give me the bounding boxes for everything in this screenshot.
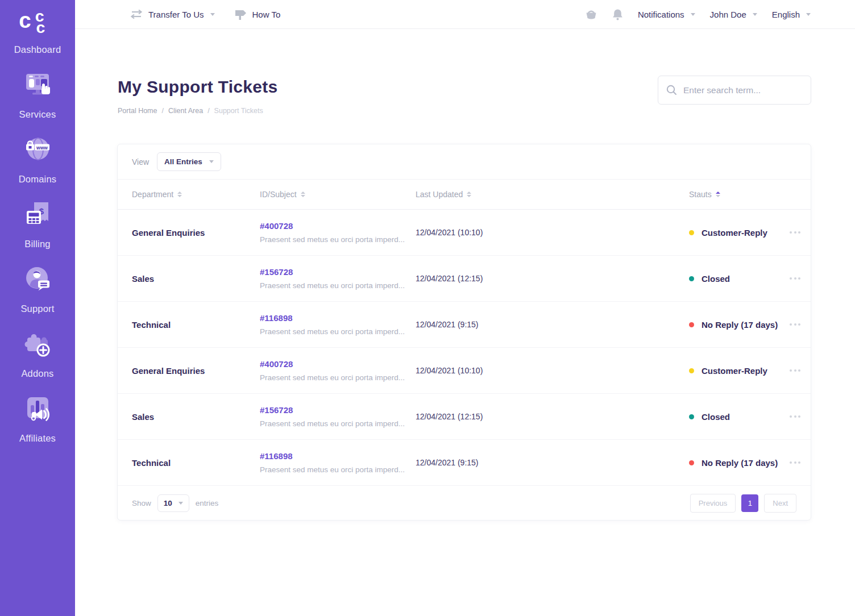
column-header-department[interactable]: Department <box>132 190 260 199</box>
row-actions-menu[interactable] <box>788 458 808 467</box>
sidebar: c c c Dashboard Services <box>0 0 75 616</box>
ticket-id-link[interactable]: #400728 <box>260 359 416 369</box>
status-dot <box>689 368 694 373</box>
ticket-last-updated: 12/04/2021 (10:10) <box>416 228 689 237</box>
sidebar-item-services[interactable]: Services <box>0 109 75 120</box>
pagination: Previous 1 Next <box>690 494 796 513</box>
row-actions-menu[interactable] <box>788 366 808 375</box>
column-header-id-subject[interactable]: ID/Subject <box>260 190 416 199</box>
ticket-id-link[interactable]: #156728 <box>260 267 416 277</box>
breadcrumb: Portal Home / Client Area / Support Tick… <box>118 107 263 115</box>
sidebar-item-addons[interactable]: Addons <box>0 368 75 379</box>
chevron-down-icon <box>179 502 183 505</box>
billing-icon[interactable]: $ <box>0 199 75 228</box>
sidebar-item-affiliates[interactable]: Affiliates <box>0 433 75 444</box>
bell-icon[interactable] <box>612 9 623 20</box>
ticket-department: Technical <box>132 458 260 468</box>
how-to-link[interactable]: How To <box>234 9 281 20</box>
status-badge: No Reply (17 days) <box>702 320 778 330</box>
view-entries-select[interactable]: All Entries <box>157 152 221 171</box>
row-actions-menu[interactable] <box>788 274 808 283</box>
ticket-subject: Praesent sed metus eu orci porta imperd.… <box>260 373 416 382</box>
view-entries-value: All Entries <box>164 157 202 166</box>
sidebar-item-support[interactable]: Support <box>0 303 75 314</box>
sidebar-item-dashboard[interactable]: Dashboard <box>0 44 75 55</box>
chevron-down-icon <box>209 160 214 163</box>
ticket-department: Sales <box>132 412 260 422</box>
signpost-icon <box>234 9 247 20</box>
status-dot <box>689 460 694 465</box>
ticket-id-link[interactable]: #116898 <box>260 451 416 461</box>
app-logo[interactable]: c c c <box>0 5 75 39</box>
table-row: Sales #156728 Praesent sed metus eu orci… <box>118 256 811 302</box>
notifications-label: Notifications <box>638 10 684 19</box>
ticket-subject: Praesent sed metus eu orci porta imperd.… <box>260 419 416 428</box>
table-footer: Show 10 entries Previous 1 Next <box>118 486 811 520</box>
table-row: General Enquiries #400728 Praesent sed m… <box>118 348 811 394</box>
status-badge: Customer-Reply <box>702 228 767 238</box>
search-icon <box>666 85 677 95</box>
chevron-down-icon <box>806 13 811 16</box>
sort-icon <box>177 192 182 197</box>
addons-icon[interactable] <box>0 328 75 358</box>
chevron-down-icon <box>753 13 757 16</box>
language-label: English <box>772 10 800 19</box>
next-page-button[interactable]: Next <box>764 494 796 513</box>
breadcrumb-separator: / <box>207 107 209 115</box>
show-label: Show <box>132 499 151 507</box>
affiliates-icon[interactable] <box>0 393 75 423</box>
how-to-label: How To <box>252 10 281 19</box>
notifications-menu[interactable]: Notifications <box>638 10 695 19</box>
table-header-row: Department ID/Subject Last Updated Staut… <box>118 180 811 210</box>
previous-page-button[interactable]: Previous <box>690 494 736 513</box>
sort-icon <box>301 192 305 197</box>
sidebar-item-billing[interactable]: Billing <box>0 239 75 249</box>
page-title: My Support Tickets <box>118 77 278 97</box>
domains-icon[interactable]: www <box>0 134 75 164</box>
status-dot <box>689 230 694 235</box>
ticket-subject: Praesent sed metus eu orci porta imperd.… <box>260 281 416 290</box>
transfer-to-us-menu[interactable]: Transfer To Us <box>130 9 215 19</box>
ticket-last-updated: 12/04/2021 (9:15) <box>416 458 689 467</box>
transfer-arrows-icon <box>130 9 143 19</box>
topbar: Transfer To Us How To Notifications John… <box>75 0 855 29</box>
breadcrumb-portal-home[interactable]: Portal Home <box>118 107 157 115</box>
tickets-card: View All Entries Department ID/Subject L… <box>117 144 811 521</box>
ticket-last-updated: 12/04/2021 (12:15) <box>416 412 689 421</box>
ticket-id-link[interactable]: #156728 <box>260 405 416 415</box>
ticket-last-updated: 12/04/2021 (12:15) <box>416 274 689 283</box>
language-menu[interactable]: English <box>772 10 811 19</box>
ticket-subject: Praesent sed metus eu orci porta imperd.… <box>260 465 416 474</box>
services-icon[interactable] <box>0 69 75 99</box>
page-size-value: 10 <box>164 499 172 507</box>
status-dot <box>689 322 694 327</box>
sidebar-item-domains[interactable]: Domains <box>0 174 75 185</box>
row-actions-menu[interactable] <box>788 320 808 329</box>
ticket-department: General Enquiries <box>132 228 260 238</box>
page-size-select[interactable]: 10 <box>157 494 189 512</box>
status-dot <box>689 414 694 419</box>
row-actions-menu[interactable] <box>788 412 808 421</box>
breadcrumb-client-area[interactable]: Client Area <box>168 107 203 115</box>
support-icon[interactable] <box>0 264 75 293</box>
table-row: Technical #116898 Praesent sed metus eu … <box>118 302 811 348</box>
column-header-status[interactable]: Stauts <box>689 190 788 199</box>
ticket-last-updated: 12/04/2021 (10:10) <box>416 366 689 375</box>
user-menu[interactable]: John Doe <box>710 10 757 19</box>
table-row: General Enquiries #400728 Praesent sed m… <box>118 210 811 256</box>
search-input[interactable] <box>683 85 803 95</box>
row-actions-menu[interactable] <box>788 228 808 237</box>
cart-icon[interactable] <box>585 9 597 20</box>
current-page-button[interactable]: 1 <box>741 494 758 512</box>
ticket-subject: Praesent sed metus eu orci porta imperd.… <box>260 235 416 244</box>
table-row: Technical #116898 Praesent sed metus eu … <box>118 440 811 486</box>
breadcrumb-separator: / <box>161 107 163 115</box>
column-header-last-updated[interactable]: Last Updated <box>416 190 689 199</box>
breadcrumb-support-tickets: Support Tickets <box>214 107 263 115</box>
ticket-id-link[interactable]: #400728 <box>260 221 416 231</box>
ticket-id-link[interactable]: #116898 <box>260 313 416 323</box>
transfer-to-us-label: Transfer To Us <box>148 10 204 19</box>
ticket-department: Technical <box>132 320 260 330</box>
svg-text:c: c <box>36 18 45 36</box>
status-badge: Customer-Reply <box>702 366 767 376</box>
